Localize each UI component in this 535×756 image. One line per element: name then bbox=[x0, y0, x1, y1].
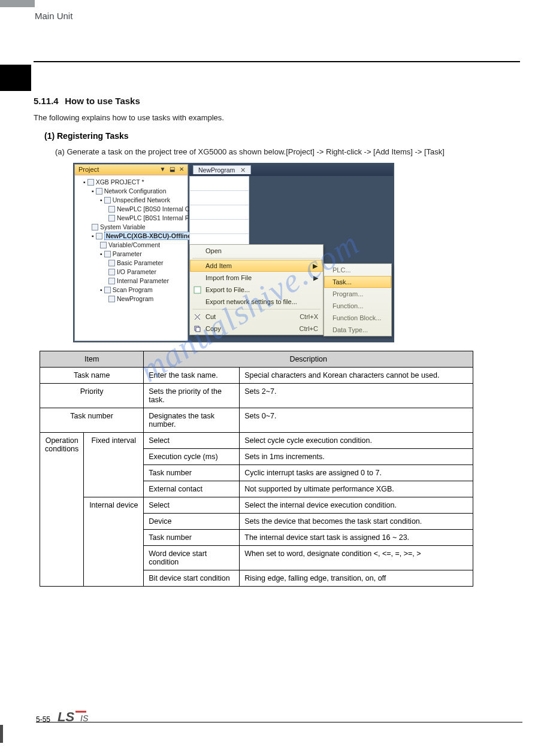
ladder-area bbox=[189, 176, 249, 248]
section-title: How to use Tasks bbox=[65, 96, 140, 106]
side-black-block bbox=[0, 65, 31, 91]
svg-text:IS: IS bbox=[80, 714, 89, 723]
module-icon bbox=[108, 215, 115, 221]
prog-icon bbox=[108, 296, 115, 302]
tree-unspec[interactable]: ▪ Unspecified Network bbox=[100, 196, 186, 205]
cell: Designates the task number. bbox=[144, 408, 240, 432]
submenu-function-block[interactable]: Function Block... bbox=[324, 312, 391, 324]
svg-rect-2 bbox=[196, 327, 200, 332]
project-tree[interactable]: ▪ XGB PROJECT * ▪ Network Configuration … bbox=[75, 175, 188, 303]
menu-import[interactable]: Import from File▶ bbox=[190, 272, 323, 284]
chapter-header: Main Unit bbox=[35, 11, 72, 21]
menu-export[interactable]: Export to File... bbox=[190, 284, 323, 296]
menu-cut[interactable]: CutCtrl+X bbox=[190, 311, 323, 323]
param-icon bbox=[108, 260, 115, 266]
shortcut-text: Ctrl+C bbox=[300, 325, 318, 332]
folder-icon bbox=[104, 287, 111, 293]
task-properties-table: Item Description Task name Enter the tas… bbox=[40, 351, 473, 587]
menu-separator bbox=[192, 258, 321, 259]
var-icon bbox=[92, 224, 98, 230]
cut-icon bbox=[194, 313, 201, 321]
intro-text: The following explains how to use tasks … bbox=[34, 113, 520, 124]
cell-internal: Internal device bbox=[84, 497, 144, 586]
tree-netconf[interactable]: ▪ Network Configuration bbox=[92, 187, 186, 196]
section-heading: 5.11.4 How to use Tasks bbox=[34, 96, 520, 107]
cell: Cyclic interrupt tasks are assigned 0 to… bbox=[240, 464, 473, 481]
module-icon bbox=[108, 206, 115, 212]
cell: Task number bbox=[40, 408, 144, 432]
menu-add-item[interactable]: Add Item▶ bbox=[190, 260, 323, 272]
col-item: Item bbox=[40, 351, 144, 367]
tree-param[interactable]: ▪ Parameter bbox=[100, 250, 186, 259]
table-row: Internal device SelectSelect the interna… bbox=[40, 497, 473, 513]
cell: Not supported by ultimate performance XG… bbox=[240, 481, 473, 497]
tree-scan[interactable]: ▪ Scan Program bbox=[100, 286, 186, 294]
cell: Enter the task name. bbox=[144, 367, 240, 383]
tree-sysvar[interactable]: System Variable bbox=[92, 223, 186, 232]
cell: Word device start condition bbox=[144, 545, 240, 570]
cell-opcond: Operation conditions bbox=[40, 432, 84, 586]
menu-open[interactable]: Open bbox=[190, 245, 323, 257]
decorative-block-top bbox=[0, 0, 35, 7]
context-menu[interactable]: Open Add Item▶ Import from File▶ Export … bbox=[189, 244, 324, 335]
cell: Sets the priority of the task. bbox=[144, 383, 240, 408]
table-row: Task number Designates the task number. … bbox=[40, 408, 473, 432]
submenu-plc[interactable]: PLC... bbox=[324, 264, 391, 276]
plc-icon bbox=[96, 233, 102, 239]
lsis-logo: LS IS bbox=[58, 709, 111, 726]
svg-text:LS: LS bbox=[58, 709, 74, 724]
close-icon[interactable]: ✕ bbox=[240, 166, 246, 174]
project-panel-title: Project ▼ ⬓ ✕ bbox=[75, 165, 188, 175]
section-number: 5.11.4 bbox=[34, 96, 59, 106]
submenu-program[interactable]: Program... bbox=[324, 288, 391, 300]
shortcut-text: Ctrl+X bbox=[300, 313, 318, 320]
cell-fixed: Fixed interval bbox=[84, 432, 144, 497]
step-a: (a) Generate a task on the project tree … bbox=[55, 147, 520, 158]
submenu-function[interactable]: Function... bbox=[324, 300, 391, 312]
cell: Rising edge, falling edge, transition, o… bbox=[240, 570, 473, 586]
submenu-data-type[interactable]: Data Type... bbox=[324, 324, 391, 336]
tree-newprog[interactable]: NewProgram bbox=[108, 294, 186, 303]
col-desc: Description bbox=[144, 351, 473, 367]
tree-basic[interactable]: Basic Parameter bbox=[108, 259, 186, 268]
cell: Priority bbox=[40, 383, 144, 408]
cell: Sets 2~7. bbox=[240, 383, 473, 408]
table-row: Operation conditions Fixed interval Sele… bbox=[40, 432, 473, 448]
submenu-task[interactable]: Task... bbox=[324, 276, 391, 288]
chevron-right-icon: ▶ bbox=[313, 262, 318, 270]
var-icon bbox=[100, 242, 107, 248]
tree-internal[interactable]: Internal Parameter bbox=[108, 277, 186, 286]
table-row: Task name Enter the task name. Special c… bbox=[40, 367, 473, 383]
copy-icon bbox=[194, 325, 201, 333]
cell: Select cycle cycle execution condition. bbox=[240, 432, 473, 448]
tab-newprogram[interactable]: NewProgram ✕ bbox=[193, 165, 251, 174]
tree-varcom[interactable]: Variable/Comment bbox=[100, 241, 186, 250]
table-header-row: Item Description bbox=[40, 351, 473, 367]
param-icon bbox=[108, 269, 115, 275]
header-rule bbox=[34, 61, 520, 62]
tab-label: NewProgram bbox=[198, 166, 235, 174]
svg-rect-0 bbox=[194, 287, 201, 293]
panel-controls[interactable]: ▼ ⬓ ✕ bbox=[160, 166, 185, 172]
page-number: 5-55 bbox=[36, 715, 50, 724]
editor-tab-strip: NewProgram ✕ bbox=[189, 164, 393, 176]
cell: Task name bbox=[40, 367, 144, 383]
cell: Sets the device that becomes the task st… bbox=[240, 513, 473, 529]
add-item-submenu[interactable]: PLC... Task... Program... Function... Fu… bbox=[324, 263, 392, 336]
cell: Sets 0~7. bbox=[240, 408, 473, 432]
cell: Sets in 1ms increments. bbox=[240, 448, 473, 464]
table-row: Priority Sets the priority of the task. … bbox=[40, 383, 473, 408]
cell: Select bbox=[144, 497, 240, 513]
decorative-block-bottom bbox=[0, 725, 3, 743]
menu-copy[interactable]: CopyCtrl+C bbox=[190, 323, 323, 335]
tree-newplc[interactable]: ▪ NewPLC(XGB-XBCU)-Offline bbox=[92, 232, 186, 241]
cell: When set to word, designate condition <,… bbox=[240, 545, 473, 570]
tree-root[interactable]: ▪ XGB PROJECT * bbox=[83, 178, 186, 187]
tree-cnet[interactable]: NewPLC [B0S0 Internal Cnet] bbox=[108, 205, 186, 214]
cell: Task number bbox=[144, 529, 240, 545]
cell: The internal device start task is assign… bbox=[240, 529, 473, 545]
node-icon bbox=[104, 197, 111, 204]
menu-export-network[interactable]: Export network settings to file... bbox=[190, 296, 323, 308]
tree-io[interactable]: I/O Parameter bbox=[108, 268, 186, 277]
tree-fenet[interactable]: NewPLC [B0S1 Internal FEnet] bbox=[108, 214, 186, 223]
